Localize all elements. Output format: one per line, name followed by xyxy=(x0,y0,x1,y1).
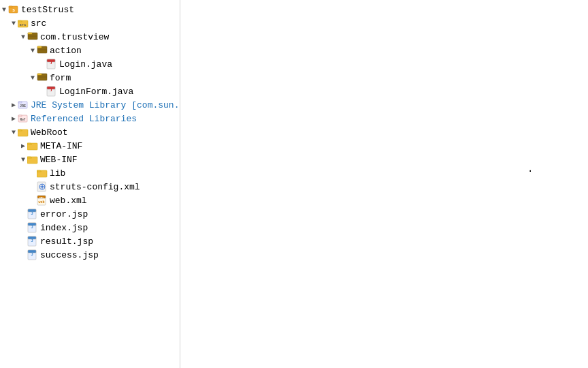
tree-item-result-jsp[interactable]: J result.jsp xyxy=(0,234,180,248)
tree-item-lib[interactable]: lib xyxy=(0,166,180,180)
tree-item-webroot[interactable]: WebRoot xyxy=(0,125,180,139)
tree-arrow[interactable] xyxy=(10,129,18,136)
tree-item-label: com.trustview xyxy=(40,32,109,42)
svg-text:S: S xyxy=(12,8,15,13)
tree-arrow[interactable] xyxy=(19,142,27,150)
jsp-file-icon: J xyxy=(27,236,38,247)
tree-item-label: Referenced Libraries xyxy=(31,114,137,124)
svg-rect-1 xyxy=(9,6,12,7)
file-tree[interactable]: S testStrust src src com.trustview xyxy=(0,0,180,368)
svg-rect-9 xyxy=(37,46,42,48)
tree-item-index-jsp[interactable]: J index.jsp xyxy=(0,221,180,234)
folder-icon xyxy=(37,168,48,178)
src-folder-icon: src xyxy=(18,18,29,29)
library-icon: JRE xyxy=(18,99,29,110)
tree-item-label: web.xml xyxy=(50,196,87,206)
tree-item-label: Login.java xyxy=(59,59,112,70)
java-file-icon: J xyxy=(46,59,57,70)
tree-item-referenced-libraries[interactable]: Ref Referenced Libraries xyxy=(0,112,180,125)
tree-item-struts-config-xml[interactable]: struts-config.xml xyxy=(0,180,180,194)
ref-library-icon: Ref xyxy=(18,113,29,124)
tree-item-src[interactable]: src src xyxy=(0,16,180,30)
tree-arrow[interactable] xyxy=(29,74,37,82)
tree-item-label: src xyxy=(31,18,46,29)
svg-text:J: J xyxy=(31,211,33,216)
tree-item-label: WebRoot xyxy=(31,127,68,138)
svg-text:J: J xyxy=(31,239,33,243)
svg-text:web: web xyxy=(38,200,44,204)
svg-text:XML: XML xyxy=(39,196,44,199)
tree-item-label: testStrust xyxy=(21,5,74,15)
tree-arrow[interactable] xyxy=(10,20,18,27)
tree-item-label: result.jsp xyxy=(40,236,93,247)
svg-text:J: J xyxy=(31,225,33,230)
tree-item-label: lib xyxy=(50,168,65,179)
tree-item-label: struts-config.xml xyxy=(50,182,140,192)
tree-item-label: LoginForm.java xyxy=(59,87,133,97)
package-icon xyxy=(37,72,48,83)
svg-text:JRE: JRE xyxy=(20,104,26,108)
svg-text:J: J xyxy=(31,252,33,257)
svg-text:J: J xyxy=(50,60,52,65)
tree-item-meta-inf[interactable]: META-INF xyxy=(0,139,180,153)
project-icon: S xyxy=(8,4,19,15)
folder-icon xyxy=(27,141,38,151)
tree-item-jre-system-library[interactable]: JRE JRE System Library [com.sun.java..] xyxy=(0,98,180,112)
tree-item-loginform-java[interactable]: J LoginForm.java xyxy=(0,85,180,98)
jsp-file-icon: J xyxy=(27,249,38,260)
tree-arrow[interactable] xyxy=(10,101,18,109)
jsp-file-icon: J xyxy=(27,222,38,233)
package-icon xyxy=(37,45,48,56)
tree-item-action[interactable]: action xyxy=(0,44,180,57)
tree-item-label: META-INF xyxy=(40,141,82,151)
tree-item-label: action xyxy=(50,46,82,56)
package-icon xyxy=(27,31,38,42)
tree-item-label: WEB-INF xyxy=(40,155,78,165)
svg-text:src: src xyxy=(20,22,27,27)
tree-item-teststrust[interactable]: S testStrust xyxy=(0,3,180,16)
folder-icon xyxy=(27,155,38,164)
web-xml-icon: XML web xyxy=(37,195,48,206)
tree-item-label: success.jsp xyxy=(40,250,99,260)
tree-arrow[interactable] xyxy=(10,114,18,123)
tree-arrow[interactable] xyxy=(19,33,27,41)
tree-item-label: form xyxy=(50,73,71,83)
tree-arrow[interactable] xyxy=(19,156,27,164)
tree-arrow[interactable] xyxy=(0,6,8,14)
svg-text:Ref: Ref xyxy=(20,118,25,121)
tree-arrow[interactable] xyxy=(29,47,37,55)
tree-item-form[interactable]: form xyxy=(0,71,180,85)
tree-item-error-jsp[interactable]: J error.jsp xyxy=(0,207,180,221)
svg-text:J: J xyxy=(50,87,52,93)
svg-rect-6 xyxy=(28,33,32,34)
tree-item-label: JRE System Library [com.sun.java..] xyxy=(31,100,180,110)
tree-item-success-jsp[interactable]: J success.jsp xyxy=(0,248,180,262)
tree-item-com-trustview[interactable]: com.trustview xyxy=(0,30,180,44)
tree-item-label: index.jsp xyxy=(40,223,88,233)
tree-item-web-inf[interactable]: WEB-INF xyxy=(0,153,180,166)
tree-item-web-xml[interactable]: XML web web.xml xyxy=(0,194,180,207)
svg-rect-15 xyxy=(37,74,42,75)
webroot-folder-icon xyxy=(18,127,29,137)
jsp-file-icon: J xyxy=(27,209,38,219)
svg-rect-21 xyxy=(18,102,22,103)
svg-rect-24 xyxy=(18,115,22,117)
editor-placeholder: . xyxy=(527,164,533,174)
java-file-icon: J xyxy=(46,86,57,97)
tree-item-login-java[interactable]: J Login.java xyxy=(0,57,180,71)
tree-item-label: error.jsp xyxy=(40,209,88,219)
xml-config-icon xyxy=(37,181,48,192)
